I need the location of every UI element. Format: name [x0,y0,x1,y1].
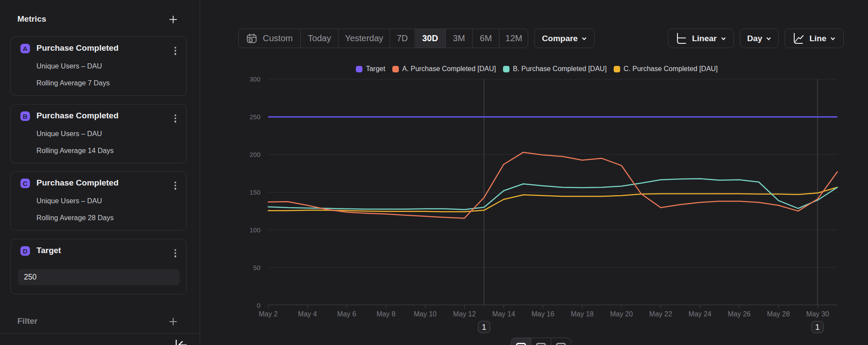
svg-text:0: 0 [257,302,260,309]
svg-text:May 10: May 10 [414,310,437,318]
svg-text:May 2: May 2 [259,310,278,318]
svg-text:100: 100 [250,226,260,234]
svg-text:50: 50 [253,264,260,271]
svg-text:May 30: May 30 [806,310,829,318]
svg-text:May 28: May 28 [767,310,790,318]
svg-text:May 24: May 24 [689,310,712,318]
svg-text:300: 300 [250,75,260,83]
svg-text:May 22: May 22 [649,310,672,318]
svg-text:200: 200 [250,151,260,158]
svg-text:May 20: May 20 [610,310,633,318]
svg-text:May 4: May 4 [298,310,317,318]
svg-text:1: 1 [815,322,820,332]
svg-text:May 14: May 14 [492,310,515,318]
svg-text:May 16: May 16 [532,310,555,318]
svg-text:May 18: May 18 [571,310,594,318]
svg-text:May 6: May 6 [337,310,356,318]
svg-text:250: 250 [250,113,260,120]
svg-text:May 26: May 26 [728,310,751,318]
svg-text:May 12: May 12 [453,310,476,318]
svg-text:1: 1 [482,322,487,332]
svg-text:May 8: May 8 [377,310,396,318]
svg-text:150: 150 [250,189,260,196]
